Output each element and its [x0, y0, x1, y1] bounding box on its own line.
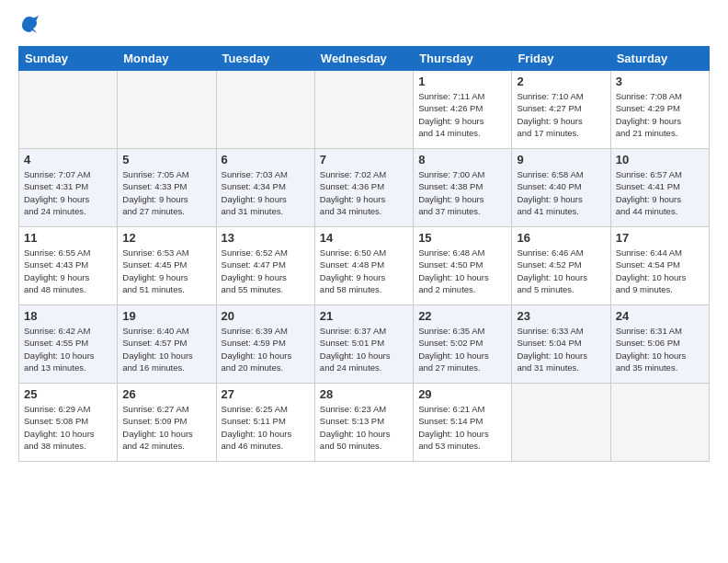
logo: [18, 15, 39, 35]
calendar-cell: 15Sunrise: 6:48 AM Sunset: 4:50 PM Dayli…: [414, 227, 512, 305]
day-info: Sunrise: 6:48 AM Sunset: 4:50 PM Dayligh…: [418, 247, 506, 295]
day-info: Sunrise: 6:40 AM Sunset: 4:57 PM Dayligh…: [122, 325, 210, 373]
calendar-cell: 7Sunrise: 7:02 AM Sunset: 4:36 PM Daylig…: [314, 149, 413, 227]
day-info: Sunrise: 6:23 AM Sunset: 5:13 PM Dayligh…: [320, 403, 408, 452]
day-info: Sunrise: 7:07 AM Sunset: 4:31 PM Dayligh…: [24, 168, 112, 217]
day-number: 1: [418, 75, 506, 88]
day-number: 15: [418, 231, 506, 245]
day-number: 20: [222, 309, 310, 323]
calendar-week-row: 18Sunrise: 6:42 AM Sunset: 4:55 PM Dayli…: [19, 305, 710, 384]
day-info: Sunrise: 6:58 AM Sunset: 4:40 PM Dayligh…: [517, 168, 605, 217]
calendar-cell: [118, 71, 216, 149]
day-number: 7: [320, 153, 408, 167]
calendar-week-row: 1Sunrise: 7:11 AM Sunset: 4:26 PM Daylig…: [19, 71, 710, 149]
day-number: 21: [320, 309, 408, 323]
calendar-cell: 2Sunrise: 7:10 AM Sunset: 4:27 PM Daylig…: [512, 71, 610, 149]
calendar-cell: 6Sunrise: 7:03 AM Sunset: 4:34 PM Daylig…: [216, 149, 314, 227]
day-number: 2: [517, 75, 605, 88]
calendar-cell: 11Sunrise: 6:55 AM Sunset: 4:43 PM Dayli…: [19, 227, 118, 305]
calendar-cell: 3Sunrise: 7:08 AM Sunset: 4:29 PM Daylig…: [610, 71, 709, 149]
day-info: Sunrise: 6:50 AM Sunset: 4:48 PM Dayligh…: [320, 247, 408, 295]
logo-bird-icon: [20, 15, 39, 35]
day-info: Sunrise: 6:27 AM Sunset: 5:09 PM Dayligh…: [122, 403, 210, 452]
day-info: Sunrise: 6:37 AM Sunset: 5:01 PM Dayligh…: [320, 325, 408, 373]
weekday-header-row: SundayMondayTuesdayWednesdayThursdayFrid…: [19, 47, 710, 71]
calendar-cell: 17Sunrise: 6:44 AM Sunset: 4:54 PM Dayli…: [610, 227, 709, 305]
calendar-cell: 24Sunrise: 6:31 AM Sunset: 5:06 PM Dayli…: [610, 305, 709, 384]
weekday-header-wednesday: Wednesday: [314, 47, 413, 71]
calendar-cell: 9Sunrise: 6:58 AM Sunset: 4:40 PM Daylig…: [512, 149, 610, 227]
calendar-table: SundayMondayTuesdayWednesdayThursdayFrid…: [18, 46, 710, 462]
calendar-cell: [314, 71, 413, 149]
day-info: Sunrise: 6:29 AM Sunset: 5:08 PM Dayligh…: [24, 403, 112, 452]
day-number: 4: [24, 153, 112, 167]
weekday-header-sunday: Sunday: [19, 47, 118, 71]
day-info: Sunrise: 6:35 AM Sunset: 5:02 PM Dayligh…: [418, 325, 506, 373]
day-number: 22: [418, 309, 506, 323]
calendar-cell: 19Sunrise: 6:40 AM Sunset: 4:57 PM Dayli…: [118, 305, 216, 384]
calendar-cell: 5Sunrise: 7:05 AM Sunset: 4:33 PM Daylig…: [118, 149, 216, 227]
day-number: 3: [616, 75, 704, 88]
calendar-cell: 12Sunrise: 6:53 AM Sunset: 4:45 PM Dayli…: [118, 227, 216, 305]
day-info: Sunrise: 7:11 AM Sunset: 4:26 PM Dayligh…: [418, 90, 506, 139]
calendar-week-row: 11Sunrise: 6:55 AM Sunset: 4:43 PM Dayli…: [19, 227, 710, 305]
weekday-header-thursday: Thursday: [414, 47, 512, 71]
day-info: Sunrise: 6:57 AM Sunset: 4:41 PM Dayligh…: [616, 168, 704, 217]
day-number: 18: [24, 309, 112, 323]
calendar-cell: [216, 71, 314, 149]
day-info: Sunrise: 6:21 AM Sunset: 5:14 PM Dayligh…: [418, 403, 506, 452]
calendar-cell: [19, 71, 118, 149]
day-number: 13: [222, 231, 310, 245]
calendar-cell: 4Sunrise: 7:07 AM Sunset: 4:31 PM Daylig…: [19, 149, 118, 227]
calendar-cell: 10Sunrise: 6:57 AM Sunset: 4:41 PM Dayli…: [610, 149, 709, 227]
calendar-cell: 1Sunrise: 7:11 AM Sunset: 4:26 PM Daylig…: [414, 71, 512, 149]
calendar-cell: 16Sunrise: 6:46 AM Sunset: 4:52 PM Dayli…: [512, 227, 610, 305]
day-number: 27: [222, 387, 310, 401]
calendar-cell: 29Sunrise: 6:21 AM Sunset: 5:14 PM Dayli…: [414, 384, 512, 462]
day-number: 10: [616, 153, 704, 167]
day-number: 24: [616, 309, 704, 323]
calendar-cell: 26Sunrise: 6:27 AM Sunset: 5:09 PM Dayli…: [118, 384, 216, 462]
day-info: Sunrise: 7:08 AM Sunset: 4:29 PM Dayligh…: [616, 90, 704, 139]
day-info: Sunrise: 6:55 AM Sunset: 4:43 PM Dayligh…: [24, 247, 112, 295]
day-info: Sunrise: 6:42 AM Sunset: 4:55 PM Dayligh…: [24, 325, 112, 373]
page: SundayMondayTuesdayWednesdayThursdayFrid…: [0, 0, 728, 471]
calendar-cell: [610, 384, 709, 462]
calendar-cell: 21Sunrise: 6:37 AM Sunset: 5:01 PM Dayli…: [314, 305, 413, 384]
header: [18, 15, 710, 35]
day-number: 8: [418, 153, 506, 167]
day-info: Sunrise: 7:02 AM Sunset: 4:36 PM Dayligh…: [320, 168, 408, 217]
day-info: Sunrise: 6:39 AM Sunset: 4:59 PM Dayligh…: [222, 325, 310, 373]
day-info: Sunrise: 7:10 AM Sunset: 4:27 PM Dayligh…: [517, 90, 605, 139]
day-number: 6: [222, 153, 310, 167]
day-number: 14: [320, 231, 408, 245]
day-info: Sunrise: 7:00 AM Sunset: 4:38 PM Dayligh…: [418, 168, 506, 217]
calendar-cell: 23Sunrise: 6:33 AM Sunset: 5:04 PM Dayli…: [512, 305, 610, 384]
calendar-cell: 18Sunrise: 6:42 AM Sunset: 4:55 PM Dayli…: [19, 305, 118, 384]
day-number: 12: [122, 231, 210, 245]
calendar-week-row: 4Sunrise: 7:07 AM Sunset: 4:31 PM Daylig…: [19, 149, 710, 227]
calendar-cell: 27Sunrise: 6:25 AM Sunset: 5:11 PM Dayli…: [216, 384, 314, 462]
calendar-cell: 14Sunrise: 6:50 AM Sunset: 4:48 PM Dayli…: [314, 227, 413, 305]
calendar-cell: 20Sunrise: 6:39 AM Sunset: 4:59 PM Dayli…: [216, 305, 314, 384]
day-number: 25: [24, 387, 112, 401]
weekday-header-monday: Monday: [118, 47, 216, 71]
day-info: Sunrise: 6:53 AM Sunset: 4:45 PM Dayligh…: [122, 247, 210, 295]
day-number: 17: [616, 231, 704, 245]
weekday-header-tuesday: Tuesday: [216, 47, 314, 71]
day-number: 9: [517, 153, 605, 167]
day-info: Sunrise: 7:03 AM Sunset: 4:34 PM Dayligh…: [222, 168, 310, 217]
day-info: Sunrise: 6:33 AM Sunset: 5:04 PM Dayligh…: [517, 325, 605, 373]
day-info: Sunrise: 6:31 AM Sunset: 5:06 PM Dayligh…: [616, 325, 704, 373]
day-number: 5: [122, 153, 210, 167]
calendar-cell: [512, 384, 610, 462]
day-number: 16: [517, 231, 605, 245]
calendar-cell: 8Sunrise: 7:00 AM Sunset: 4:38 PM Daylig…: [414, 149, 512, 227]
day-info: Sunrise: 6:52 AM Sunset: 4:47 PM Dayligh…: [222, 247, 310, 295]
day-number: 28: [320, 387, 408, 401]
calendar-cell: 25Sunrise: 6:29 AM Sunset: 5:08 PM Dayli…: [19, 384, 118, 462]
calendar-cell: 22Sunrise: 6:35 AM Sunset: 5:02 PM Dayli…: [414, 305, 512, 384]
calendar-cell: 28Sunrise: 6:23 AM Sunset: 5:13 PM Dayli…: [314, 384, 413, 462]
day-info: Sunrise: 7:05 AM Sunset: 4:33 PM Dayligh…: [122, 168, 210, 217]
day-number: 29: [418, 387, 506, 401]
